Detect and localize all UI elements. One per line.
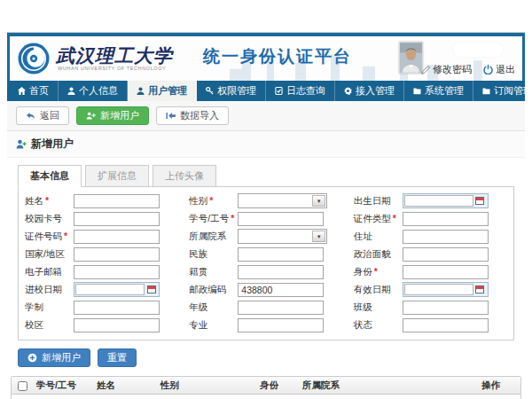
submit-add-user-button[interactable]: 新增用户 xyxy=(18,348,90,367)
entry-date-input[interactable] xyxy=(75,284,145,295)
campus-input[interactable] xyxy=(74,318,160,332)
tab-basic-info[interactable]: 基本信息 xyxy=(18,165,82,187)
birth-date-input[interactable] xyxy=(404,195,473,207)
native-place-input[interactable] xyxy=(238,265,324,279)
gender-select[interactable]: ▼ xyxy=(238,193,327,208)
form-field: 住址 xyxy=(349,229,512,244)
field-label: 证件类型* xyxy=(349,213,403,225)
id-type-input[interactable] xyxy=(403,212,489,226)
postal-code-input[interactable] xyxy=(238,283,324,297)
nav-label: 订阅管理 xyxy=(494,84,532,98)
valid-date-input[interactable] xyxy=(404,284,473,295)
campus-card-input[interactable] xyxy=(74,212,160,226)
data-import-button[interactable]: 数据导入 xyxy=(156,106,229,125)
logout-link[interactable]: 退出 xyxy=(483,63,515,76)
field-label: 进校日期 xyxy=(20,284,74,296)
political-status-input[interactable] xyxy=(403,247,489,262)
field-label: 学制 xyxy=(20,301,74,314)
section-header: 新增用户 xyxy=(7,131,525,158)
nav-item-subscription-management[interactable]: 订阅管理 xyxy=(473,81,532,101)
nav-label: 权限管理 xyxy=(217,84,256,98)
student-id-input[interactable] xyxy=(238,212,324,226)
university-logo xyxy=(18,43,50,74)
nav-item-permission-management[interactable]: 权限管理 xyxy=(197,81,266,101)
tab-extended-info[interactable]: 扩展信息 xyxy=(85,165,149,187)
required-asterisk: * xyxy=(209,195,213,206)
col-department: 所属院系 xyxy=(299,379,478,392)
chevron-down-icon: ▼ xyxy=(312,195,325,207)
change-password-link[interactable]: 修改密码 xyxy=(421,63,472,76)
nav-label: 日志查询 xyxy=(286,84,325,98)
nav-item-personal-info[interactable]: 个人信息 xyxy=(59,81,128,101)
form-field: 专业 xyxy=(184,317,347,332)
university-name: 武汉理工大学 xyxy=(56,43,173,68)
add-user-toolbar-button[interactable]: 新增用户 xyxy=(76,106,149,125)
user-avatar[interactable] xyxy=(399,42,423,74)
nav-item-log-query[interactable]: 日志查询 xyxy=(266,81,335,101)
back-button[interactable]: 返回 xyxy=(16,106,69,125)
field-label: 状态 xyxy=(349,319,403,332)
nav-label: 用户管理 xyxy=(148,84,187,98)
nav-item-system-management[interactable]: 系统管理 xyxy=(404,81,473,101)
reset-button[interactable]: 重置 xyxy=(98,348,137,367)
country-region-input[interactable] xyxy=(74,247,160,262)
calendar-icon[interactable] xyxy=(473,195,487,207)
form-field: 国家/地区 xyxy=(20,246,183,262)
form-field: 学号/工号* xyxy=(184,211,347,226)
grade-input[interactable] xyxy=(238,301,324,315)
nav-label: 接入管理 xyxy=(356,84,395,98)
header-links: 修改密码 退出 xyxy=(421,63,515,76)
folder-icon xyxy=(413,87,421,95)
plus-circle-icon xyxy=(27,353,37,363)
form-field: 姓名* xyxy=(20,193,183,208)
app-window: 武汉理工大学 WUHAN UNIVERSITY OF TECHNOLOGY 统一… xyxy=(7,32,525,399)
field-label: 出生日期 xyxy=(349,195,403,207)
key-icon xyxy=(206,87,214,95)
table-header-row: 学号/工号 姓名 性别 身份 所属院系 操作 xyxy=(12,377,520,395)
calendar-icon[interactable] xyxy=(473,284,487,295)
nav-label: 首页 xyxy=(29,84,49,98)
form-field: 政治面貌 xyxy=(349,246,512,262)
field-label: 籍贯 xyxy=(184,266,238,278)
col-gender: 性别 xyxy=(157,379,256,392)
nav-label: 个人信息 xyxy=(79,84,118,98)
field-label: 政治面貌 xyxy=(349,248,403,261)
major-input[interactable] xyxy=(238,318,324,332)
form-field: 身份* xyxy=(349,264,512,279)
log-check-icon xyxy=(275,87,283,95)
select-all-cell xyxy=(12,379,33,391)
form-field: 证件号码* xyxy=(20,229,183,244)
nav-item-access-management[interactable]: 接入管理 xyxy=(335,81,404,101)
entry-date-field xyxy=(74,282,160,297)
required-asterisk: * xyxy=(64,231,67,241)
name-input[interactable] xyxy=(74,194,160,208)
add-user-icon xyxy=(86,112,96,120)
user-icon xyxy=(67,87,75,95)
class-input[interactable] xyxy=(403,301,489,315)
form-field: 民族 xyxy=(184,246,347,262)
reset-label: 重置 xyxy=(107,352,127,364)
change-password-label: 修改密码 xyxy=(433,63,472,76)
field-label: 性别* xyxy=(184,195,238,207)
status-input[interactable] xyxy=(403,318,489,332)
field-label: 校园卡号 xyxy=(20,213,74,225)
calendar-icon[interactable] xyxy=(145,284,158,295)
department-select[interactable]: ▼ xyxy=(238,229,327,244)
form-grid: 姓名* 性别* ▼ 出生日期 校园卡号 学号/工号* 证件类型* xyxy=(20,193,512,332)
users-icon xyxy=(137,87,145,95)
select-all-checkbox[interactable] xyxy=(18,381,27,391)
id-number-input[interactable] xyxy=(74,230,160,244)
tab-upload-avatar[interactable]: 上传头像 xyxy=(153,165,216,187)
submit-label: 新增用户 xyxy=(42,352,81,364)
form-field: 所属院系 ▼ xyxy=(184,229,347,244)
education-length-input[interactable] xyxy=(74,301,160,315)
nav-item-home[interactable]: 首页 xyxy=(9,81,59,101)
ethnicity-input[interactable] xyxy=(238,247,324,262)
nav-item-user-management[interactable]: 用户管理 xyxy=(128,81,197,101)
form-field: 年级 xyxy=(184,300,347,315)
email-input[interactable] xyxy=(74,265,160,279)
field-label: 国家/地区 xyxy=(20,248,74,261)
identity-input[interactable] xyxy=(403,265,489,279)
address-input[interactable] xyxy=(403,230,489,244)
user-name-redacted xyxy=(453,43,503,57)
